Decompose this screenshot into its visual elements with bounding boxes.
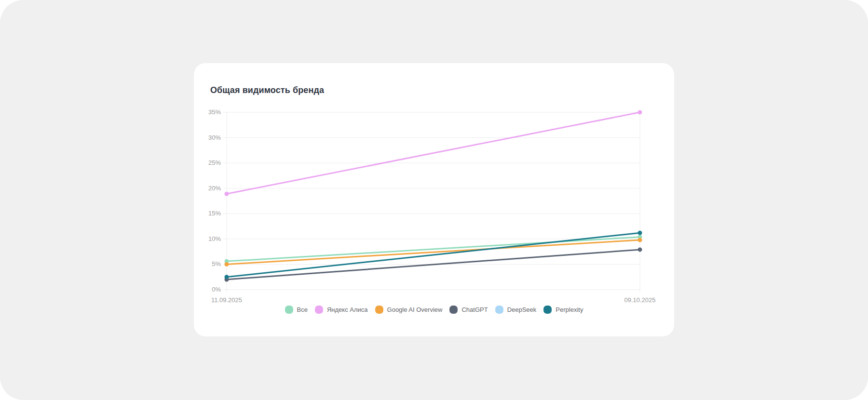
legend-swatch-deepseek <box>495 306 503 314</box>
legend-item-google-ai-overview[interactable]: Google AI Overview <box>375 306 443 314</box>
chart-legend: ВсеЯндекс АлисаGoogle AI OverviewChatGPT… <box>194 306 674 314</box>
y-axis-tick-label: 10% <box>208 235 221 242</box>
y-axis-tick-label: 15% <box>208 210 221 217</box>
x-axis-tick-label: 09.10.2025 <box>624 296 655 304</box>
legend-swatch-vse <box>285 306 293 314</box>
y-axis-tick-label: 5% <box>212 260 221 267</box>
legend-label: Google AI Overview <box>387 306 443 313</box>
y-axis-tick-label: 35% <box>208 108 221 116</box>
legend-swatch-google-ai-overview <box>375 306 383 314</box>
series-point-yandex-alisa <box>638 110 642 115</box>
x-axis-tick-label: 11.09.2025 <box>211 296 242 304</box>
series-line-chatgpt <box>227 250 640 280</box>
legend-label: Яндекс Алиса <box>327 306 368 313</box>
legend-swatch-perplexity <box>543 306 552 314</box>
legend-label: ChatGPT <box>461 306 488 313</box>
line-chart: 0%5%10%15%20%25%30%35%11.09.202509.10.20… <box>194 63 674 336</box>
series-point-yandex-alisa <box>225 192 229 196</box>
legend-item-deepseek[interactable]: DeepSeek <box>495 306 537 314</box>
y-axis-tick-label: 30% <box>208 134 221 141</box>
legend-item-perplexity[interactable]: Perplexity <box>543 306 583 314</box>
y-axis-tick-label: 20% <box>208 185 221 192</box>
series-point-perplexity <box>225 275 229 279</box>
series-line-perplexity <box>227 233 640 277</box>
legend-item-chatgpt[interactable]: ChatGPT <box>449 306 488 314</box>
legend-item-yandex-alisa[interactable]: Яндекс Алиса <box>315 306 368 314</box>
series-point-google-ai-overview <box>638 238 642 242</box>
series-point-google-ai-overview <box>225 262 229 267</box>
y-axis-tick-label: 25% <box>208 159 221 166</box>
series-point-chatgpt <box>638 247 642 252</box>
chart-canvas: 0%5%10%15%20%25%30%35%11.09.202509.10.20… <box>194 63 674 336</box>
series-line-google-ai-overview <box>227 240 640 264</box>
legend-label: Perplexity <box>556 306 583 313</box>
screen-background: Общая видимость бренда 0%5%10%15%20%25%3… <box>0 0 868 400</box>
y-axis-tick-label: 0% <box>212 286 221 293</box>
series-point-perplexity <box>638 231 642 235</box>
legend-swatch-chatgpt <box>449 306 458 314</box>
legend-swatch-yandex-alisa <box>315 306 323 314</box>
series-line-yandex-alisa <box>227 112 640 194</box>
series-line-vse <box>227 237 640 261</box>
chart-card: Общая видимость бренда 0%5%10%15%20%25%3… <box>194 63 674 336</box>
legend-label: Все <box>297 306 308 313</box>
legend-label: DeepSeek <box>507 306 537 313</box>
legend-item-vse[interactable]: Все <box>285 306 308 314</box>
